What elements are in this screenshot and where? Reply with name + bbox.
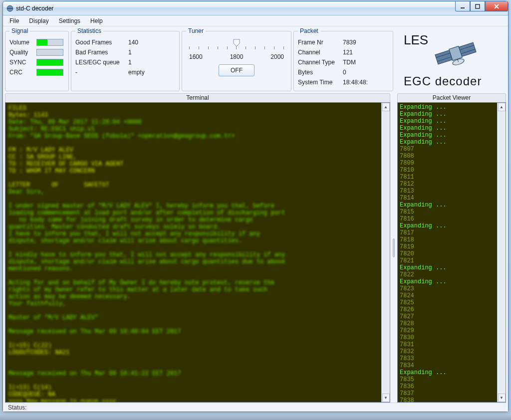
packet-row: Channel TypeTDM [298, 57, 389, 67]
signal-bar [36, 49, 63, 56]
panel-signal: Signal VolumeQualitySYNCCRC [5, 27, 69, 91]
logo-area: LES EGC decoder [395, 27, 506, 91]
packet-value: 7839 [343, 39, 356, 46]
app-icon [6, 4, 14, 12]
scroll-up-icon[interactable]: ▲ [498, 103, 506, 111]
menu-help[interactable]: Help [86, 16, 107, 26]
stats-value: 140 [128, 39, 138, 46]
packet-label: Bytes [298, 69, 340, 76]
satellite-icon: LES EGC decoder [401, 29, 501, 89]
signal-label: CRC [9, 69, 33, 76]
stats-label: Good Frames [75, 39, 125, 46]
svg-rect-3 [476, 4, 480, 8]
viewer-scrollbar[interactable]: ▲ ▼ [497, 103, 506, 402]
packet-row: Frame Nr7839 [298, 37, 389, 47]
slider-thumb-icon[interactable] [233, 38, 241, 49]
packet-label: Channel [298, 49, 340, 56]
panel-tuner-legend: Tuner [186, 27, 206, 34]
stats-row: Bad Frames1 [75, 47, 175, 57]
stats-label: LES/EGC queue [75, 59, 125, 66]
packet-label: System Time [298, 79, 340, 86]
panel-tuner: Tuner 1600 1800 2000 [182, 27, 291, 91]
packet-row: Bytes0 [298, 67, 389, 77]
svg-rect-2 [461, 7, 465, 8]
tuner-tick-0: 1600 [189, 53, 203, 60]
viewer-pane: Packet Viewer Expanding ... Expanding ..… [397, 93, 506, 403]
tuner-off-button[interactable]: OFF [219, 64, 255, 76]
logo-text-2: EGC decoder [404, 74, 482, 88]
signal-row: Quality [9, 47, 64, 57]
terminal-pane: Terminal FILES Bytes: 1143 Date: Thu, 09… [5, 93, 390, 403]
stats-label: Bad Frames [75, 49, 125, 56]
stats-row: LES/EGC queue1 [75, 57, 175, 67]
packet-value: 121 [343, 49, 353, 56]
panel-statistics: Statistics Good Frames140Bad Frames1LES/… [71, 27, 180, 91]
signal-label: SYNC [9, 59, 33, 66]
scroll-down-icon[interactable]: ▼ [498, 394, 506, 402]
stats-label: - [75, 69, 125, 76]
packet-row: Channel121 [298, 47, 389, 57]
scroll-down-icon[interactable]: ▼ [382, 394, 390, 402]
signal-row: CRC [9, 67, 64, 77]
window-title: std-C decoder [16, 5, 53, 12]
tuner-slider[interactable] [189, 46, 284, 52]
signal-bar [36, 59, 63, 66]
signal-label: Quality [9, 49, 33, 56]
terminal-content[interactable]: FILES Bytes: 1143 Date: Thu, 09 Mar 2017… [5, 103, 381, 402]
panel-signal-legend: Signal [9, 27, 30, 34]
packet-value: TDM [343, 59, 356, 66]
svg-rect-1 [7, 8, 13, 9]
signal-row: Volume [9, 37, 64, 47]
panel-packet-legend: Packet [298, 27, 320, 34]
menu-file[interactable]: File [5, 16, 23, 26]
stats-row: -empty [75, 67, 175, 77]
menubar: File Display Settings Help [3, 15, 508, 26]
packet-label: Channel Type [298, 59, 340, 66]
logo-text-1: LES [404, 32, 428, 47]
statusbar: Status: [5, 403, 506, 412]
tuner-tick-1: 1800 [230, 53, 244, 60]
close-button[interactable] [485, 1, 508, 11]
stats-row: Good Frames140 [75, 37, 175, 47]
signal-label: Volume [9, 39, 33, 46]
packet-value: 0 [343, 69, 346, 76]
panel-stats-legend: Statistics [75, 27, 103, 34]
main-window: std-C decoder File Display Settings Help… [2, 1, 509, 412]
signal-row: SYNC [9, 57, 64, 67]
terminal-scrollbar[interactable]: ▲ ▼ [381, 103, 390, 402]
viewer-content[interactable]: Expanding ... Expanding ... Expanding ..… [398, 103, 497, 402]
minimize-button[interactable] [455, 1, 470, 11]
packet-label: Frame Nr [298, 39, 340, 46]
packet-row: System Time18:48:48: [298, 77, 389, 87]
titlebar[interactable]: std-C decoder [3, 1, 508, 15]
scroll-up-icon[interactable]: ▲ [382, 103, 390, 111]
stats-value: 1 [128, 49, 132, 56]
signal-bar [36, 39, 63, 46]
menu-settings[interactable]: Settings [54, 16, 85, 26]
panel-packet: Packet Frame Nr7839Channel121Channel Typ… [293, 27, 393, 91]
menu-display[interactable]: Display [24, 16, 53, 26]
viewer-title: Packet Viewer [397, 93, 506, 102]
stats-value: empty [128, 69, 145, 76]
stats-value: 1 [128, 59, 132, 66]
tuner-tick-2: 2000 [270, 53, 284, 60]
splitter-handle[interactable] [392, 93, 395, 403]
packet-value: 18:48:48: [343, 79, 368, 86]
signal-bar [36, 69, 63, 76]
terminal-title: Terminal [5, 93, 390, 102]
maximize-button[interactable] [470, 1, 485, 11]
